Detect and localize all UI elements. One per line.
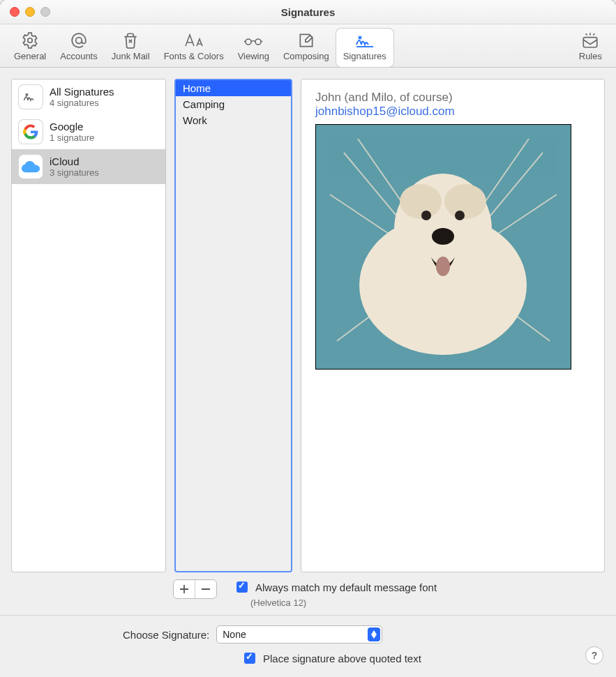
glasses-icon — [243, 31, 264, 50]
add-signature-button[interactable] — [174, 580, 195, 598]
account-item-icloud[interactable]: iCloud 3 signatures — [12, 149, 165, 184]
account-item-google[interactable]: Google 1 signature — [12, 114, 165, 149]
choose-signature-value: None — [223, 629, 246, 640]
svg-point-13 — [436, 257, 450, 276]
svg-point-3 — [255, 39, 261, 45]
account-name: iCloud — [50, 155, 99, 167]
tab-fonts-colors[interactable]: Fonts & Colors — [157, 29, 231, 67]
signature-preview[interactable]: John (and Milo, of course) johnbishop15@… — [301, 79, 605, 572]
select-stepper-icon — [368, 627, 380, 641]
svg-point-9 — [444, 184, 486, 219]
content-area: All Signatures 4 signatures Google 1 sig… — [0, 68, 616, 677]
account-count: 4 signatures — [50, 98, 114, 108]
preferences-toolbar: General Accounts Junk Mail Fonts & Color… — [0, 24, 616, 68]
google-logo-icon — [19, 120, 43, 144]
place-above-quoted-label: Place signature above quoted text — [263, 653, 421, 664]
tab-rules[interactable]: Rules — [572, 29, 609, 67]
rules-icon — [580, 31, 601, 50]
signature-item-camping[interactable]: Camping — [176, 96, 291, 112]
svg-point-11 — [455, 211, 465, 220]
account-count: 1 signature — [50, 132, 94, 143]
accounts-list: All Signatures 4 signatures Google 1 sig… — [11, 79, 166, 572]
place-above-quoted-checkbox[interactable] — [244, 653, 255, 664]
svg-point-8 — [400, 184, 442, 219]
signatures-preferences-window: Signatures General Accounts Junk Mail Fo… — [0, 0, 616, 677]
compose-icon — [296, 31, 317, 50]
tab-general[interactable]: General — [7, 29, 53, 67]
account-name: All Signatures — [50, 86, 114, 98]
svg-point-1 — [76, 38, 82, 44]
trash-icon — [120, 31, 141, 50]
tab-viewing[interactable]: Viewing — [231, 29, 276, 67]
tab-composing[interactable]: Composing — [276, 29, 336, 67]
choose-signature-label: Choose Signature: — [123, 629, 209, 641]
signature-names-list[interactable]: Home Camping Work — [174, 79, 292, 572]
account-count: 3 signatures — [50, 167, 99, 178]
svg-rect-4 — [584, 38, 598, 47]
preview-email-link[interactable]: johnbishop15@icloud.com — [315, 105, 455, 118]
match-default-font-checkbox[interactable] — [236, 581, 248, 593]
signature-icon — [354, 31, 375, 50]
add-remove-signature-buttons — [173, 579, 217, 599]
signature-glyph-icon — [19, 85, 43, 109]
help-button[interactable]: ? — [585, 646, 603, 664]
remove-signature-button[interactable] — [195, 580, 216, 598]
at-sign-icon — [68, 31, 89, 50]
match-default-font-label: Always match my default message font — [255, 581, 437, 593]
account-item-all[interactable]: All Signatures 4 signatures — [12, 79, 165, 114]
tab-junk-mail[interactable]: Junk Mail — [105, 29, 157, 67]
svg-point-10 — [421, 211, 431, 220]
svg-point-12 — [432, 228, 454, 245]
gear-icon — [20, 31, 40, 50]
signature-item-work[interactable]: Work — [176, 112, 291, 128]
window-title: Signatures — [0, 6, 616, 18]
signature-embedded-image — [315, 124, 571, 370]
signature-item-home[interactable]: Home — [176, 80, 291, 96]
tab-accounts[interactable]: Accounts — [53, 29, 104, 67]
preview-text-line: John (and Milo, of course) — [315, 91, 590, 105]
choose-signature-select[interactable]: None — [216, 625, 382, 644]
default-font-detail: (Helvetica 12) — [250, 598, 437, 608]
svg-point-0 — [28, 38, 33, 43]
account-name: Google — [50, 121, 94, 132]
icloud-logo-icon — [19, 155, 43, 178]
svg-point-2 — [246, 39, 251, 45]
font-icon — [183, 31, 204, 50]
tab-signatures[interactable]: Signatures — [336, 29, 393, 67]
titlebar: Signatures — [0, 0, 616, 24]
